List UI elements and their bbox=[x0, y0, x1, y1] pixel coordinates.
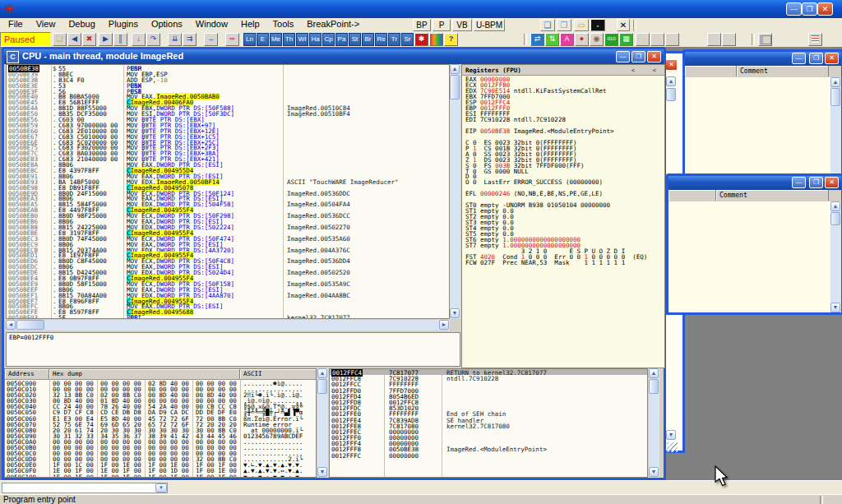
cpu-restore-button[interactable]: ❐ bbox=[632, 51, 645, 62]
disasm-row[interactable]: 0050BE45.E8 56B1EFFFCALL ImageRed.00406F… bbox=[7, 99, 449, 104]
disasm-row[interactable]: 0050BE38$55PUSH EBP bbox=[7, 65, 449, 71]
scroll-down-icon[interactable]: ▼ bbox=[649, 467, 659, 477]
dump-row[interactable]: 0050C1001F 00 1E 001F 00 1E 001F 00 1F 0… bbox=[5, 474, 316, 479]
dump-row[interactable]: 0050C07052 75 6E 7469 6D 65 2065 72 72 6… bbox=[5, 421, 316, 427]
stack-row[interactable]: 0012FFEC00000000 bbox=[330, 428, 647, 434]
disasm-row[interactable]: 0050BE3F.56PUSH ESI bbox=[7, 88, 449, 94]
disasm-row[interactable]: 0050BE56.C603 00MOV BYTE PTR DS:[EBX],0 bbox=[7, 116, 449, 122]
disasm-row[interactable]: 0050BE98.E8 DB91F8FFCALL ImageRed.004950… bbox=[7, 184, 449, 190]
animate-over-button[interactable]: ⇉ bbox=[183, 33, 197, 46]
fragment-scroll-thumb[interactable] bbox=[666, 88, 676, 101]
command-dropdown-button[interactable]: ▼ bbox=[155, 483, 167, 492]
hex-dump-pane[interactable]: Address Hex dump ASCII 0050C00000 00 00 … bbox=[4, 368, 317, 478]
pane-button-e[interactable]: E bbox=[257, 33, 269, 46]
comment-window-1-minimize[interactable]: — bbox=[792, 53, 806, 64]
stack-row[interactable]: 0012FFC87C910228ntdll.7C910228 bbox=[330, 375, 647, 381]
animate-into-button[interactable]: ⇊ bbox=[168, 33, 182, 46]
fragment-scroll-down[interactable]: ▼ bbox=[666, 430, 676, 440]
stack-row[interactable]: 0012FFD07FFD7000 bbox=[330, 387, 647, 393]
menu-item-plugins[interactable]: Plugins bbox=[102, 18, 145, 32]
dump-row[interactable]: 0050C09030 31 32 3334 35 36 3738 39 41 4… bbox=[5, 432, 316, 438]
app-titlebar[interactable]: ✳ — ❐ ✕ bbox=[0, 0, 842, 18]
close-process-button[interactable]: ✖ bbox=[82, 33, 96, 46]
comment-window-2-minimize[interactable]: — bbox=[792, 177, 806, 188]
execute-till-return-button[interactable]: → bbox=[204, 33, 218, 46]
disasm-row[interactable]: 0050BE40.B8 B0BA5000MOV EAX,ImageRed.005… bbox=[7, 93, 449, 99]
pane-button-th[interactable]: Th bbox=[283, 33, 295, 46]
cpu-window-titlebar[interactable]: C CPU - main thread, module ImageRed — ❐… bbox=[4, 49, 664, 64]
register-line[interactable]: ST5 empty 0.0 bbox=[462, 230, 664, 236]
comment-window-2-restore[interactable]: ❐ bbox=[809, 177, 823, 188]
appearance-button[interactable] bbox=[429, 33, 443, 46]
info-pane[interactable]: EBP=0012FFF0 bbox=[6, 332, 460, 367]
register-line[interactable]: ST6 empty 1.0000000000000000000 bbox=[462, 236, 664, 242]
scroll-up-icon[interactable]: ▲ bbox=[830, 77, 840, 87]
restore-button[interactable]: ❐ bbox=[802, 2, 817, 16]
comment-window-2-titlebar[interactable]: — ❐ ✕ bbox=[669, 176, 841, 190]
column-header-blank[interactable] bbox=[685, 66, 737, 76]
pause-button[interactable]: ║ bbox=[113, 33, 127, 46]
disasm-row[interactable]: 0050BEF1.8B15 70A84A00MOV EDX,DWORD PTR … bbox=[7, 292, 449, 298]
scroll-up-icon[interactable]: ▲ bbox=[317, 368, 327, 378]
stack-row[interactable]: 0012FFF80050BE38ImageRed.<ModuleEntryPoi… bbox=[330, 446, 647, 451]
column-header-blank[interactable] bbox=[669, 190, 716, 201]
menu-item-file[interactable]: File bbox=[2, 18, 30, 32]
pane-button-me[interactable]: Me bbox=[270, 33, 282, 46]
disasm-row[interactable]: 0050BE6E.C683 5C020000 00MOV BYTE PTR DS… bbox=[7, 139, 449, 145]
register-line[interactable]: O 0 LastErr ERROR_SUCCESS (00000000) bbox=[462, 178, 664, 184]
pane-button-ln[interactable]: Ln bbox=[243, 33, 256, 46]
stack-row[interactable]: 0012FFCCFFFFFFFF bbox=[330, 381, 647, 386]
comment-window-1-close[interactable]: ✕ bbox=[825, 53, 839, 64]
disasm-hscrollbar[interactable]: ◄ ► bbox=[6, 320, 450, 331]
stack-row[interactable]: 0012FFDC853D1020 bbox=[330, 405, 647, 410]
console-icon-button[interactable]: ▪ bbox=[590, 19, 605, 31]
disasm-row[interactable]: 0050BE75.C683 F3020000 00MOV BYTE PTR DS… bbox=[7, 144, 449, 150]
restart-button[interactable]: ◀ bbox=[67, 33, 81, 46]
register-line[interactable]: ST0 empty -UNORM B938 01050104 00000000 bbox=[462, 201, 664, 207]
dump-row[interactable]: 0050C0B000 00 00 0000 00 00 0000 00 00 0… bbox=[5, 444, 316, 450]
menu-item-view[interactable]: View bbox=[30, 18, 62, 32]
scroll-down-icon[interactable]: ▼ bbox=[450, 308, 460, 318]
fragment-resize-grip[interactable] bbox=[667, 442, 678, 452]
register-line[interactable]: EBP 0012FFF0 bbox=[462, 104, 664, 110]
register-line[interactable]: EIP 0050BE38 ImageRed.<ModuleEntryPoint> bbox=[462, 127, 664, 133]
scroll-thumb[interactable] bbox=[16, 320, 44, 330]
disasm-row[interactable]: 0050BE93.BA 14BF5000MOV EDX,ImageRed.005… bbox=[7, 178, 449, 184]
pane-button-ha[interactable]: Ha bbox=[309, 33, 322, 46]
disasm-row[interactable]: 0050BE59.C683 97000000 00MOV BYTE PTR DS… bbox=[7, 122, 449, 127]
toolbar-extra-button-4[interactable] bbox=[707, 33, 721, 46]
disasm-row[interactable]: 0050BEF7.E8 F896F8FFCALL ImageRed.004955… bbox=[7, 298, 449, 303]
options-button[interactable]: ✱ bbox=[414, 33, 428, 46]
stack-row[interactable]: 0012FFD80012FFC8 bbox=[330, 399, 647, 405]
disasm-row[interactable]: 0050BEC9.8B06MOV EAX,DWORD PTR DS:[ESI] bbox=[7, 241, 449, 247]
open-folder-icon-button[interactable]: ▭ bbox=[574, 19, 589, 31]
pane-button-pa[interactable]: Pa bbox=[335, 33, 348, 46]
menu-button-bp[interactable]: BP bbox=[413, 19, 431, 31]
dump-row[interactable]: 0050C0D000 00 00 0000 00 00 0000 00 00 0… bbox=[5, 455, 316, 461]
disasm-row[interactable]: 0050BE7C.C683 8A030000 00MOV BYTE PTR DS… bbox=[7, 150, 449, 155]
scroll-thumb[interactable] bbox=[450, 75, 460, 99]
menu-item-tools[interactable]: Tools bbox=[266, 18, 301, 32]
scroll-down-icon[interactable]: ▼ bbox=[830, 303, 840, 312]
step-over-button[interactable]: ↷ bbox=[146, 33, 160, 46]
stack-row[interactable]: 0012FFE0FFFFFFFFEnd of SEH chain bbox=[330, 410, 647, 416]
menu-button-vb[interactable]: VB bbox=[452, 19, 472, 31]
disasm-row[interactable]: 0050BEEF.8B06MOV EAX,DWORD PTR DS:[ESI] bbox=[7, 286, 449, 292]
register-line[interactable]: P 1 CS 001B 32bit 0(FFFFFFFF) bbox=[462, 145, 664, 150]
menu-item-debug[interactable]: Debug bbox=[62, 18, 101, 32]
register-line[interactable]: ST2 empty 0.0 bbox=[462, 213, 664, 219]
register-line[interactable]: Z 1 DS 0023 32bit 0(FFFFFFFF) bbox=[462, 156, 664, 162]
open-file-button[interactable]: ❏ bbox=[53, 33, 67, 46]
disasm-row[interactable]: 0050BEB0.8B0D 98F25000MOV ECX,DWORD PTR … bbox=[7, 212, 449, 218]
close-button[interactable]: ✕ bbox=[817, 2, 833, 16]
cpu-minimize-button[interactable]: — bbox=[616, 51, 630, 62]
dump-row[interactable]: 0050C02032 13 8B C002 00 8B C000 8D 40 0… bbox=[5, 391, 316, 397]
stack-row[interactable]: 0012FFF400000000 bbox=[330, 440, 647, 446]
toolbar-list-button[interactable] bbox=[808, 33, 822, 46]
scroll-left-icon[interactable]: ◄ bbox=[6, 320, 16, 330]
disasm-row[interactable]: 0050BEA5.8B15 584F5000MOV EDX,DWORD PTR … bbox=[7, 201, 449, 206]
pane-button-re[interactable]: Re bbox=[375, 33, 387, 46]
pane-button-cp[interactable]: Cp bbox=[322, 33, 335, 46]
menubar-close-button[interactable]: ✕ bbox=[617, 19, 630, 31]
comment-window-2-scrollbar[interactable]: ▲ ▼ bbox=[830, 201, 841, 312]
